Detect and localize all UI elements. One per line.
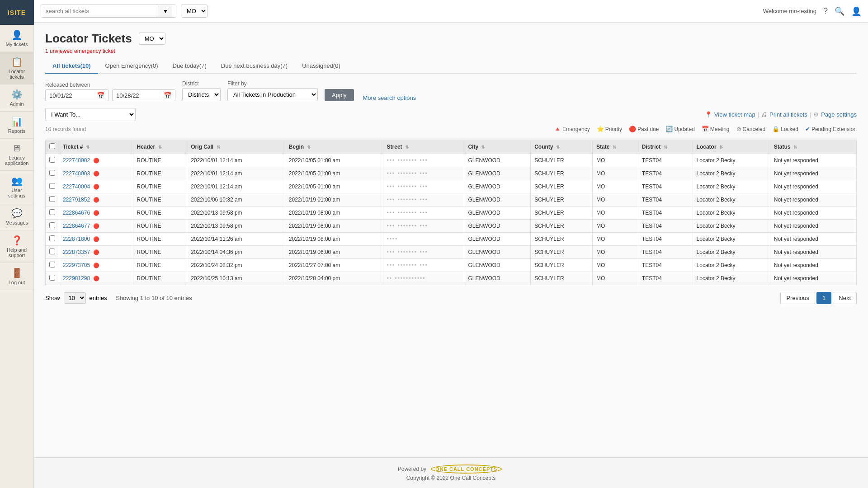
row-checkbox[interactable] — [49, 249, 55, 254]
table-row: 222740003 🔴 ROUTINE 2022/10/01 12:14 am … — [46, 167, 857, 180]
print-all-tickets-link[interactable]: Print all tickets — [769, 111, 807, 118]
entries-select[interactable]: 10 25 50 — [64, 292, 86, 304]
ticket-link[interactable]: 222973705 — [63, 262, 90, 268]
row-status: Not yet responded — [770, 180, 856, 193]
row-ticket-num: 222973705 🔴 — [59, 259, 133, 272]
sidebar-item-label: Locator tickets — [2, 69, 31, 80]
apply-button[interactable]: Apply — [325, 89, 354, 101]
row-checkbox[interactable] — [49, 170, 55, 176]
row-county: SCHUYLER — [531, 193, 593, 206]
ticket-link[interactable]: 222740004 — [63, 183, 90, 190]
sidebar-item-locator-tickets[interactable]: 📋 Locator tickets — [0, 52, 33, 84]
sidebar-item-my-tickets[interactable]: 👤 My tickets — [0, 25, 33, 52]
sidebar-item-help-support[interactable]: ❓ Help and support — [0, 230, 33, 263]
row-checkbox[interactable] — [49, 209, 55, 215]
ticket-link[interactable]: 222981298 — [63, 275, 90, 282]
want-to-select[interactable]: I Want To... — [45, 108, 136, 121]
row-district: TEST04 — [638, 193, 693, 206]
more-search-link[interactable]: More search options — [363, 94, 416, 101]
previous-button[interactable]: Previous — [780, 292, 815, 304]
ticket-link[interactable]: 222740003 — [63, 170, 90, 177]
app-logo[interactable]: iSITE — [0, 0, 34, 25]
sidebar-item-user-settings[interactable]: 👥 User settings — [0, 171, 33, 203]
row-state: MO — [593, 167, 638, 180]
col-orig-call[interactable]: Orig Call ⇅ — [187, 140, 285, 154]
row-checkbox-cell — [46, 259, 59, 272]
row-checkbox[interactable] — [49, 275, 55, 281]
row-checkbox[interactable] — [49, 235, 55, 241]
row-state: MO — [593, 180, 638, 193]
date-to-input[interactable] — [116, 92, 161, 99]
tab-all-tickets[interactable]: All tickets(10) — [45, 59, 98, 74]
row-locator: Locator 2 Becky — [693, 193, 770, 206]
row-header: ROUTINE — [133, 206, 187, 220]
legend-past-due-icon: 🔴 — [629, 126, 636, 132]
pagination-controls: Previous 1 Next — [780, 292, 857, 304]
filter-by-select[interactable]: All Tickets in Production — [227, 88, 318, 101]
help-topbar-icon[interactable]: ? — [823, 6, 828, 16]
col-checkbox[interactable] — [46, 140, 59, 154]
row-state: MO — [593, 154, 638, 167]
ticket-link[interactable]: 222864677 — [63, 223, 90, 229]
col-begin[interactable]: Begin ⇅ — [285, 140, 383, 154]
ticket-link[interactable]: 222864676 — [63, 210, 90, 216]
row-state: MO — [593, 233, 638, 246]
row-checkbox[interactable] — [49, 183, 55, 189]
sidebar-item-admin[interactable]: ⚙️ Admin — [0, 84, 33, 112]
col-state[interactable]: State ⇅ — [593, 140, 638, 154]
page-settings-link[interactable]: Page settings — [821, 111, 857, 118]
row-street: •• ••••••••••• — [383, 272, 464, 285]
select-all-checkbox[interactable] — [49, 143, 55, 149]
search-topbar-icon[interactable]: 🔍 — [835, 6, 844, 16]
row-checkbox-cell — [46, 180, 59, 193]
calendar-to-icon[interactable]: 📅 — [164, 92, 171, 99]
user-topbar-icon[interactable]: 👤 — [851, 6, 861, 16]
col-city[interactable]: City ⇅ — [464, 140, 531, 154]
col-county[interactable]: County ⇅ — [531, 140, 593, 154]
row-district: TEST04 — [638, 246, 693, 259]
district-select[interactable]: Districts — [182, 88, 221, 101]
row-locator: Locator 2 Becky — [693, 259, 770, 272]
row-checkbox[interactable] — [49, 222, 55, 228]
tab-open-emergency[interactable]: Open Emergency(0) — [98, 59, 165, 74]
row-checkbox[interactable] — [49, 196, 55, 202]
col-locator[interactable]: Locator ⇅ — [693, 140, 770, 154]
col-header[interactable]: Header ⇅ — [133, 140, 187, 154]
row-begin: 2022/10/05 01:00 am — [285, 154, 383, 167]
row-checkbox-cell — [46, 220, 59, 233]
showing-text: Showing 1 to 10 of 10 entries — [116, 295, 192, 301]
view-ticket-map-link[interactable]: View ticket map — [714, 111, 755, 118]
sidebar-item-reports[interactable]: 📊 Reports — [0, 112, 33, 139]
calendar-from-icon[interactable]: 📅 — [97, 92, 104, 99]
next-button[interactable]: Next — [833, 292, 857, 304]
page-1-button[interactable]: 1 — [816, 292, 831, 304]
search-dropdown-button[interactable]: ▼ — [159, 5, 172, 17]
sidebar-item-messages[interactable]: 💬 Messages — [0, 203, 33, 230]
search-input[interactable] — [41, 5, 159, 17]
sidebar-item-legacy[interactable]: 🖥 Legacy application — [0, 139, 33, 171]
locator-tickets-icon: 📋 — [11, 56, 23, 67]
emergency-link[interactable]: 1 unviewed emergency ticket — [45, 48, 857, 54]
row-begin: 2022/10/19 08:00 am — [285, 220, 383, 233]
tab-due-today[interactable]: Due today(7) — [165, 59, 214, 74]
row-begin: 2022/10/28 04:00 pm — [285, 272, 383, 285]
state-selector-topbar[interactable]: MO — [181, 5, 208, 18]
col-status[interactable]: Status ⇅ — [770, 140, 856, 154]
col-district[interactable]: District ⇅ — [638, 140, 693, 154]
col-ticket-num[interactable]: Ticket # ⇅ — [59, 140, 133, 154]
tab-unassigned[interactable]: Unassigned(0) — [295, 59, 348, 74]
row-city: GLENWOOD — [464, 193, 531, 206]
print-icon: 🖨 — [761, 111, 767, 118]
tab-due-next[interactable]: Due next business day(7) — [214, 59, 295, 74]
ticket-link[interactable]: 222873357 — [63, 249, 90, 255]
ticket-link[interactable]: 222791852 — [63, 197, 90, 203]
state-selector-header[interactable]: MO — [139, 33, 165, 45]
ticket-link[interactable]: 222740002 — [63, 157, 90, 164]
date-from-input[interactable] — [49, 92, 94, 99]
row-checkbox[interactable] — [49, 262, 55, 267]
row-locator: Locator 2 Becky — [693, 167, 770, 180]
sidebar-item-log-out[interactable]: 🚪 Log out — [0, 263, 33, 290]
ticket-link[interactable]: 222871800 — [63, 236, 90, 242]
row-checkbox[interactable] — [49, 157, 55, 163]
col-street[interactable]: Street ⇅ — [383, 140, 464, 154]
